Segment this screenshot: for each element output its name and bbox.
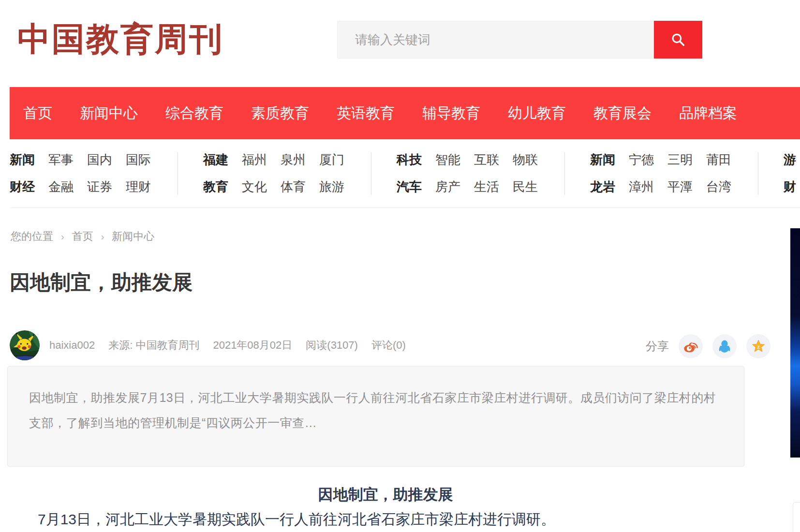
subnav-row: 新闻 军事 国内 国际 <box>10 151 152 168</box>
qq-icon <box>717 339 732 354</box>
subnav-link[interactable]: 军事 <box>48 151 74 168</box>
nav-item-home[interactable]: 首页 <box>23 103 52 123</box>
subnav-link[interactable]: 生活 <box>474 178 499 195</box>
comment-count[interactable]: 评论(0) <box>371 338 406 353</box>
subnav-row: 新闻 宁德 三明 莆田 <box>590 151 733 168</box>
divider <box>371 152 371 195</box>
breadcrumb-label: 您的位置 <box>11 229 53 244</box>
article-source: 来源: 中国教育周刊 <box>108 338 199 353</box>
nav-item-brand-archive[interactable]: 品牌档案 <box>679 103 737 123</box>
subnav-link[interactable]: 互联 <box>474 151 499 168</box>
subnav-link[interactable]: 莆田 <box>706 151 731 168</box>
subnav-row: 财 <box>784 178 800 195</box>
avatar[interactable] <box>10 330 40 360</box>
subnav-group-local-news: 新闻 宁德 三明 莆田 龙岩 漳州 平潭 台湾 <box>590 151 733 195</box>
subnav-category[interactable]: 教育 <box>203 178 228 195</box>
share-bar: 分享 z <box>646 331 770 362</box>
article-body-paragraph: 7月13日，河北工业大学暑期实践队一行人前往河北省石家庄市梁庄村进行调研。 <box>10 509 764 530</box>
breadcrumb-home[interactable]: 首页 <box>72 229 93 244</box>
breadcrumb-separator-icon: › <box>61 231 64 242</box>
subnav-category[interactable]: 福建 <box>203 151 228 168</box>
breadcrumb: 您的位置 › 首页 › 新闻中心 <box>11 229 154 244</box>
share-label: 分享 <box>646 339 669 354</box>
share-qq-button[interactable] <box>712 334 737 358</box>
subnav-link[interactable]: 理财 <box>126 178 151 195</box>
nav-item-comprehensive-education[interactable]: 综合教育 <box>165 103 223 123</box>
subnav-link[interactable]: 金融 <box>48 178 74 195</box>
search-icon <box>670 32 686 47</box>
divider <box>564 152 565 195</box>
subnav-link[interactable]: 宁德 <box>629 151 654 168</box>
pikachu-avatar-image <box>10 330 40 360</box>
subnav-row: 福建 福州 泉州 厦门 <box>203 151 346 168</box>
breadcrumb-separator-icon: › <box>101 231 104 242</box>
subnav-link[interactable]: 泉州 <box>281 151 306 168</box>
subnav-link[interactable]: 物联 <box>513 151 538 168</box>
subnav-row: 教育 文化 体育 旅游 <box>203 178 346 195</box>
main-nav: 首页 新闻中心 综合教育 素质教育 英语教育 辅导教育 幼儿教育 教育展会 品牌… <box>10 87 800 139</box>
subnav-category[interactable]: 新闻 <box>590 151 615 168</box>
qzone-star-icon: z <box>750 338 767 355</box>
subnav-link[interactable]: 民生 <box>513 178 538 195</box>
nav-item-quality-education[interactable]: 素质教育 <box>251 103 309 123</box>
subnav-row: 游 <box>784 151 800 168</box>
subnav-link[interactable]: 福州 <box>242 151 267 168</box>
search-input[interactable] <box>337 21 654 59</box>
subnav-link[interactable]: 三明 <box>667 151 693 168</box>
subnav-category[interactable]: 科技 <box>397 151 422 168</box>
subnav-category[interactable]: 汽车 <box>397 178 422 195</box>
subnav-category[interactable]: 财 <box>784 178 796 195</box>
subnav-link[interactable]: 漳州 <box>629 178 654 195</box>
read-count: 阅读(3107) <box>306 338 358 353</box>
subnav-category[interactable]: 财经 <box>10 178 35 195</box>
nav-item-news-center[interactable]: 新闻中心 <box>80 103 138 123</box>
subnav-category[interactable]: 新闻 <box>10 151 35 168</box>
subnav-group-fujian-education: 福建 福州 泉州 厦门 教育 文化 体育 旅游 <box>203 151 346 195</box>
right-edge-panel-sliver <box>793 502 800 532</box>
nav-item-education-expo[interactable]: 教育展会 <box>593 103 652 123</box>
svg-text:z: z <box>757 344 759 350</box>
subnav: 新闻 军事 国内 国际 财经 金融 证券 理财 福建 福州 泉州 厦门 教育 <box>10 139 800 208</box>
nav-item-english-education[interactable]: 英语教育 <box>337 103 395 123</box>
article-summary: 因地制宜，助推发展7月13日，河北工业大学暑期实践队一行人前往河北省石家庄市梁庄… <box>7 366 744 467</box>
search-button[interactable] <box>654 21 702 59</box>
subnav-link[interactable]: 房产 <box>435 178 460 195</box>
nav-item-preschool-education[interactable]: 幼儿教育 <box>508 103 566 123</box>
subnav-category[interactable]: 龙岩 <box>590 178 615 195</box>
subnav-link[interactable]: 国内 <box>87 151 112 168</box>
article-body-heading: 因地制宜，助推发展 <box>0 485 771 505</box>
breadcrumb-news-center[interactable]: 新闻中心 <box>112 229 154 244</box>
subnav-link[interactable]: 厦门 <box>319 151 344 168</box>
subnav-row: 龙岩 漳州 平潭 台湾 <box>590 178 733 195</box>
subnav-row: 科技 智能 互联 物联 <box>397 151 539 168</box>
author-name[interactable]: haixia002 <box>49 339 95 352</box>
subnav-link[interactable]: 体育 <box>281 178 306 195</box>
subnav-link[interactable]: 证券 <box>87 178 112 195</box>
subnav-link[interactable]: 平潭 <box>667 178 693 195</box>
subnav-row: 财经 金融 证券 理财 <box>10 178 152 195</box>
weibo-icon <box>682 338 699 355</box>
subnav-row: 汽车 房产 生活 民生 <box>397 178 539 195</box>
subnav-link[interactable]: 国际 <box>126 151 151 168</box>
article-meta: haixia002 来源: 中国教育周刊 2021年08月02日 阅读(3107… <box>10 330 419 361</box>
divider <box>758 152 758 195</box>
subnav-link[interactable]: 旅游 <box>319 178 344 195</box>
page-title: 因地制宜，助推发展 <box>10 269 193 296</box>
subnav-link[interactable]: 文化 <box>242 178 267 195</box>
right-edge-banner-sliver[interactable] <box>790 228 800 458</box>
share-qzone-button[interactable]: z <box>746 334 770 358</box>
subnav-category[interactable]: 游 <box>784 151 796 168</box>
subnav-group-tech-auto: 科技 智能 互联 物联 汽车 房产 生活 民生 <box>397 151 539 195</box>
subnav-link[interactable]: 台湾 <box>706 178 731 195</box>
article-date: 2021年08月02日 <box>213 338 292 353</box>
subnav-group-news-finance: 新闻 军事 国内 国际 财经 金融 证券 理财 <box>10 151 152 195</box>
subnav-link[interactable]: 智能 <box>435 151 460 168</box>
nav-item-tutoring-education[interactable]: 辅导教育 <box>422 103 480 123</box>
share-weibo-button[interactable] <box>679 334 703 358</box>
page: 中国教育周刊 首页 新闻中心 综合教育 素质教育 英语教育 辅导教育 幼儿教育 … <box>0 0 800 532</box>
subnav-group-clipped: 游 财 <box>784 151 800 195</box>
search-box <box>337 21 702 59</box>
site-logo[interactable]: 中国教育周刊 <box>17 17 223 61</box>
divider <box>178 152 178 195</box>
